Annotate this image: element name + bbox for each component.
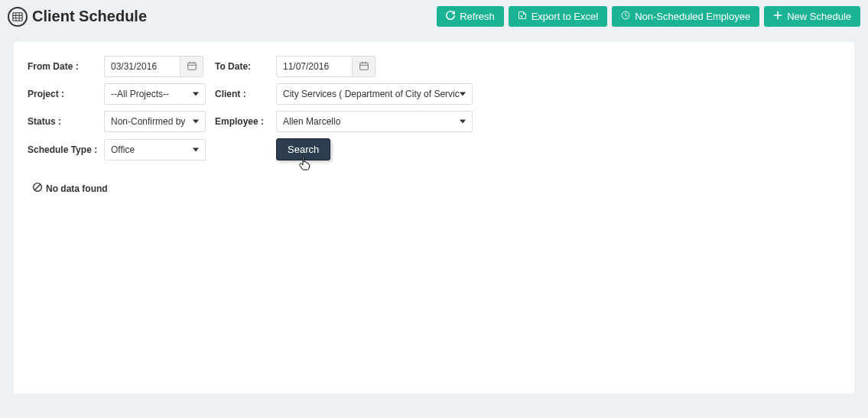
client-label: Client : (215, 89, 276, 99)
svg-rect-10 (359, 63, 368, 70)
plus-icon (773, 11, 782, 22)
nonscheduled-button[interactable]: Non-Scheduled Employee (612, 6, 759, 27)
schedule-icon (8, 7, 28, 27)
employee-label: Employee : (215, 116, 276, 127)
calendar-icon (359, 61, 369, 73)
to-date-calendar-button[interactable] (353, 56, 375, 77)
no-data-icon (32, 182, 43, 195)
action-bar: Refresh Export to Excel Non-Scheduled Em… (437, 6, 860, 27)
title-wrap: Client Schedule (8, 7, 147, 27)
search-button[interactable]: Search (276, 138, 330, 160)
clock-icon (621, 11, 630, 22)
no-data-text: No data found (46, 183, 108, 194)
refresh-icon (446, 11, 455, 22)
status-select[interactable]: Non-Confirmed by (104, 111, 206, 132)
nonscheduled-label: Non-Scheduled Employee (635, 11, 750, 22)
project-label: Project : (28, 89, 104, 99)
main-panel: From Date : To Date: Project : --All Pro… (14, 42, 854, 394)
no-data-message: No data found (32, 182, 840, 195)
export-button[interactable]: Export to Excel (509, 6, 607, 27)
svg-rect-6 (187, 63, 196, 70)
new-schedule-button[interactable]: New Schedule (764, 6, 860, 27)
new-schedule-label: New Schedule (787, 11, 851, 22)
project-value: --All Projects-- (111, 89, 169, 99)
schedule-type-select[interactable]: Office (104, 139, 206, 160)
chevron-down-icon (460, 92, 466, 96)
calendar-icon (187, 61, 197, 73)
client-select[interactable]: City Services ( Department of City of Se… (276, 83, 473, 105)
chevron-down-icon (193, 120, 199, 124)
status-value: Non-Confirmed by (111, 116, 185, 127)
to-date-label: To Date: (215, 61, 276, 72)
svg-line-15 (34, 184, 40, 190)
from-date-input[interactable] (104, 56, 180, 77)
client-value: City Services ( Department of City of Se… (283, 89, 460, 99)
chevron-down-icon (460, 120, 466, 124)
from-date-label: From Date : (28, 61, 104, 72)
project-select[interactable]: --All Projects-- (104, 83, 206, 105)
export-icon (518, 11, 527, 22)
to-date-input[interactable] (276, 56, 353, 77)
from-date-calendar-button[interactable] (180, 56, 203, 77)
refresh-button[interactable]: Refresh (437, 6, 504, 27)
chevron-down-icon (193, 92, 199, 96)
page-title: Client Schedule (32, 8, 147, 25)
schedule-type-label: Schedule Type : (28, 144, 104, 155)
schedule-type-value: Office (111, 144, 135, 155)
chevron-down-icon (193, 147, 199, 151)
export-label: Export to Excel (532, 11, 598, 22)
svg-rect-0 (13, 12, 22, 21)
status-label: Status : (28, 116, 104, 127)
employee-select[interactable]: Allen Marcello (276, 111, 473, 132)
employee-value: Allen Marcello (283, 116, 340, 127)
refresh-label: Refresh (460, 11, 495, 22)
page-header: Client Schedule Refresh Export to Excel … (0, 0, 868, 34)
